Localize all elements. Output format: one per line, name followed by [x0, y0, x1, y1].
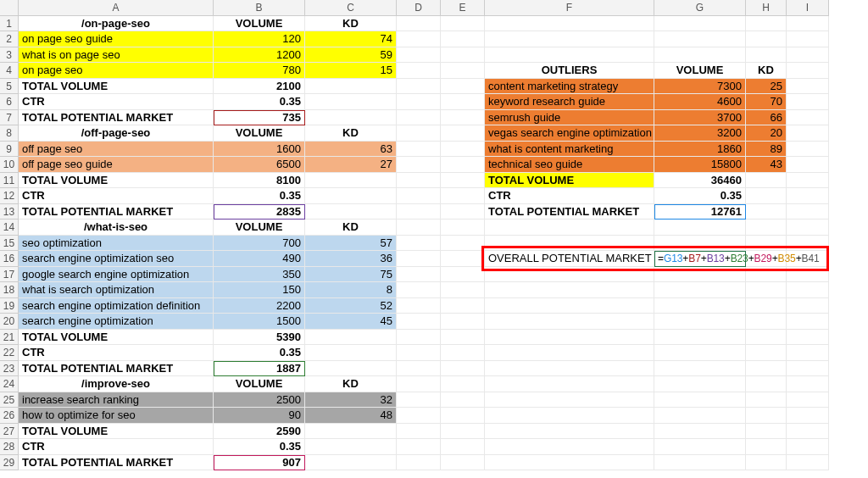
- cell[interactable]: [787, 424, 829, 440]
- cell[interactable]: [397, 408, 441, 424]
- cell[interactable]: [441, 251, 485, 267]
- cell[interactable]: [787, 63, 829, 79]
- cell-A17[interactable]: google search engine optimization: [19, 267, 214, 283]
- cell[interactable]: [441, 142, 485, 158]
- cell-F13[interactable]: TOTAL POTENTIAL MARKET: [485, 204, 654, 220]
- cell[interactable]: [305, 361, 397, 377]
- cell[interactable]: [485, 439, 654, 455]
- cell-F5[interactable]: content marketing strategy: [485, 79, 654, 95]
- cell[interactable]: [787, 455, 829, 471]
- cell[interactable]: [746, 16, 787, 32]
- cell[interactable]: [746, 392, 787, 409]
- cell[interactable]: [746, 220, 787, 236]
- row-header[interactable]: 2: [0, 31, 19, 47]
- cell-G11[interactable]: 36460: [654, 173, 746, 189]
- cell[interactable]: [441, 345, 485, 361]
- cell[interactable]: [305, 345, 397, 361]
- cell[interactable]: [787, 79, 829, 95]
- cell[interactable]: [787, 188, 829, 204]
- cell[interactable]: [746, 314, 787, 330]
- col-header-C[interactable]: C: [305, 0, 397, 16]
- cell[interactable]: [654, 376, 746, 392]
- row-header[interactable]: 19: [0, 298, 19, 314]
- col-header-E[interactable]: E: [441, 0, 485, 16]
- cell[interactable]: [441, 94, 485, 110]
- cell[interactable]: [441, 188, 485, 204]
- cell[interactable]: [397, 204, 441, 220]
- cell-B18[interactable]: 150: [214, 282, 305, 298]
- row-header[interactable]: 25: [0, 392, 19, 409]
- cell[interactable]: [441, 392, 485, 409]
- cell[interactable]: [746, 267, 787, 283]
- cell[interactable]: [654, 392, 746, 409]
- col-header-A[interactable]: A: [19, 0, 214, 16]
- cell-F9[interactable]: what is content marketing: [485, 142, 654, 158]
- cell[interactable]: [746, 361, 787, 377]
- cell[interactable]: [654, 236, 746, 252]
- cell[interactable]: [441, 79, 485, 95]
- cell-B2[interactable]: 120: [214, 31, 305, 47]
- cell[interactable]: [305, 173, 397, 189]
- col-header-D[interactable]: D: [397, 0, 441, 16]
- cell-F6[interactable]: keyword research guide: [485, 94, 654, 110]
- cell-G12[interactable]: 0.35: [654, 188, 746, 204]
- cell[interactable]: [397, 63, 441, 79]
- row-header[interactable]: 7: [0, 110, 19, 126]
- cell[interactable]: [397, 376, 441, 392]
- cell-A6[interactable]: CTR: [19, 94, 214, 110]
- cell[interactable]: [441, 298, 485, 314]
- cell[interactable]: [485, 298, 654, 314]
- cell-A25[interactable]: increase search ranking: [19, 392, 214, 409]
- cell[interactable]: [787, 157, 829, 173]
- cell[interactable]: [787, 282, 829, 298]
- cell[interactable]: [441, 47, 485, 64]
- cell[interactable]: [746, 204, 787, 220]
- row-header[interactable]: 3: [0, 47, 19, 64]
- spreadsheet-grid[interactable]: A B C D E F G H I 1 /on-page-seo VOLUME …: [0, 0, 868, 470]
- cell-B21[interactable]: 5390: [214, 330, 305, 346]
- row-header[interactable]: 29: [0, 455, 19, 471]
- cell-F16[interactable]: OVERALL POTENTIAL MARKET: [485, 251, 654, 267]
- row-header[interactable]: 8: [0, 125, 19, 142]
- cell-B12[interactable]: 0.35: [214, 188, 305, 204]
- cell[interactable]: [746, 439, 787, 455]
- row-header[interactable]: 14: [0, 220, 19, 236]
- cell-A22[interactable]: CTR: [19, 345, 214, 361]
- cell[interactable]: [441, 157, 485, 173]
- row-header[interactable]: 6: [0, 94, 19, 110]
- cell-A1[interactable]: /on-page-seo: [19, 16, 214, 32]
- cell-A28[interactable]: CTR: [19, 439, 214, 455]
- cell[interactable]: [746, 282, 787, 298]
- cell[interactable]: [787, 236, 829, 252]
- cell-A2[interactable]: on page seo guide: [19, 31, 214, 47]
- cell[interactable]: [654, 408, 746, 424]
- cell-B8[interactable]: VOLUME: [214, 125, 305, 142]
- cell-B15[interactable]: 700: [214, 236, 305, 252]
- cell-B20[interactable]: 1500: [214, 314, 305, 330]
- cell-G9[interactable]: 1860: [654, 142, 746, 158]
- cell[interactable]: [441, 408, 485, 424]
- cell[interactable]: [485, 455, 654, 471]
- cell[interactable]: [787, 298, 829, 314]
- cell[interactable]: [746, 330, 787, 346]
- cell-H9[interactable]: 89: [746, 142, 787, 158]
- cell-C19[interactable]: 52: [305, 298, 397, 314]
- cell[interactable]: [397, 267, 441, 283]
- cell[interactable]: [305, 424, 397, 440]
- cell-B13[interactable]: 2835: [214, 204, 305, 220]
- cell-C8[interactable]: KD: [305, 125, 397, 142]
- row-header[interactable]: 26: [0, 408, 19, 424]
- cell[interactable]: [654, 282, 746, 298]
- cell-A29[interactable]: TOTAL POTENTIAL MARKET: [19, 455, 214, 471]
- cell-A27[interactable]: TOTAL VOLUME: [19, 424, 214, 440]
- cell-B17[interactable]: 350: [214, 267, 305, 283]
- cell-H4[interactable]: KD: [746, 63, 787, 79]
- cell-C3[interactable]: 59: [305, 47, 397, 64]
- cell[interactable]: [397, 220, 441, 236]
- row-header[interactable]: 5: [0, 79, 19, 95]
- cell[interactable]: [441, 376, 485, 392]
- cell-F4[interactable]: OUTLIERS: [485, 63, 654, 79]
- cell[interactable]: [654, 314, 746, 330]
- cell-A26[interactable]: how to optimize for seo: [19, 408, 214, 424]
- cell-G6[interactable]: 4600: [654, 94, 746, 110]
